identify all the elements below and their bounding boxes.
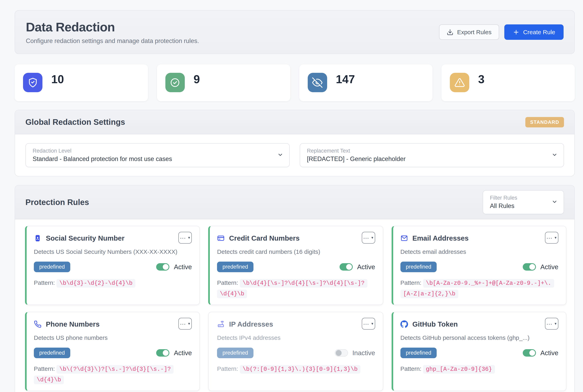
protection-rules-header: Protection Rules Filter Rules All Rules bbox=[15, 186, 574, 220]
rule-menu-button[interactable]: …▼ bbox=[545, 232, 558, 244]
select-value: All Rules bbox=[490, 202, 545, 210]
rule-menu-button[interactable]: …▼ bbox=[178, 318, 192, 330]
header-actions: Export Rules Create Rule bbox=[439, 24, 563, 40]
pattern-label: Pattern: bbox=[34, 280, 55, 286]
stat-value: 3 bbox=[478, 74, 484, 85]
caret-down-icon: ▼ bbox=[371, 236, 374, 240]
circle-check-icon bbox=[165, 73, 185, 92]
stat-card-warnings: 3 bbox=[441, 64, 575, 101]
create-rule-button[interactable]: Create Rule bbox=[504, 24, 563, 40]
stat-card-redactions: 147 bbox=[299, 64, 433, 101]
rule-menu-button[interactable]: …▼ bbox=[362, 232, 375, 244]
redaction-level-badge: STANDARD bbox=[525, 117, 564, 128]
stats-row: 10 9 147 3 bbox=[15, 64, 575, 101]
export-rules-button[interactable]: Export Rules bbox=[439, 24, 499, 40]
page-header: Data Redaction Configure redaction setti… bbox=[15, 10, 575, 54]
page-subtitle: Configure redaction settings and manage … bbox=[26, 38, 199, 44]
rule-active-toggle[interactable] bbox=[156, 263, 169, 270]
rule-card-social-security-number: Social Security Number …▼ Detects US Soc… bbox=[25, 226, 200, 305]
id-card-icon bbox=[34, 234, 42, 242]
page-header-text: Data Redaction Configure redaction setti… bbox=[26, 20, 199, 44]
predefined-badge: predefined bbox=[217, 348, 253, 358]
rule-menu-button[interactable]: …▼ bbox=[178, 232, 192, 244]
rule-active-toggle[interactable] bbox=[335, 349, 348, 356]
global-settings-title: Global Redaction Settings bbox=[26, 118, 125, 126]
rule-active-toggle[interactable] bbox=[340, 263, 353, 270]
protection-rules-panel: Protection Rules Filter Rules All Rules bbox=[15, 185, 575, 392]
protection-rules-title: Protection Rules bbox=[26, 198, 89, 207]
rule-menu-button[interactable]: …▼ bbox=[545, 318, 558, 330]
redaction-level-select[interactable]: Redaction Level Standard - Balanced prot… bbox=[26, 143, 290, 167]
predefined-badge: predefined bbox=[400, 348, 437, 358]
rule-active-toggle[interactable] bbox=[523, 263, 536, 270]
download-icon bbox=[447, 29, 453, 36]
predefined-badge: predefined bbox=[217, 262, 253, 272]
export-rules-label: Export Rules bbox=[457, 29, 491, 36]
pattern-code: \b[A-Za-z0-9._%+-]+@[A-Za-z0-9.-]+\.[A-Z… bbox=[400, 279, 554, 298]
pattern-label: Pattern: bbox=[400, 366, 421, 372]
data-redaction-page: Data Redaction Configure redaction setti… bbox=[0, 0, 583, 392]
select-label: Replacement Text bbox=[307, 148, 545, 154]
warning-triangle-icon bbox=[450, 73, 469, 92]
rule-title: Social Security Number bbox=[46, 234, 125, 242]
rule-menu-button[interactable]: …▼ bbox=[362, 318, 375, 330]
phone-icon bbox=[34, 320, 42, 328]
rule-card-github-token: GitHub Token …▼ Detects GitHub personal … bbox=[392, 312, 566, 391]
rule-title: Phone Numbers bbox=[46, 320, 100, 328]
rule-status-label: Active bbox=[174, 349, 192, 357]
pattern-code: ghp_[A-Za-z0-9]{36} bbox=[423, 365, 495, 374]
pattern-label: Pattern: bbox=[34, 366, 55, 372]
envelope-icon bbox=[400, 234, 408, 242]
pattern-label: Pattern: bbox=[217, 366, 238, 372]
rule-status-label: Active bbox=[540, 349, 558, 357]
rule-description: Detects credit card numbers (16 digits) bbox=[217, 248, 375, 255]
rule-description: Detects IPv4 addresses bbox=[217, 334, 375, 341]
protection-rules-body: Social Security Number …▼ Detects US Soc… bbox=[15, 220, 574, 392]
rule-card-email-addresses: Email Addresses …▼ Detects email address… bbox=[392, 226, 566, 305]
rule-card-ip-addresses: IP Addresses …▼ Detects IPv4 addresses p… bbox=[208, 312, 383, 391]
rule-title: IP Addresses bbox=[229, 320, 273, 328]
rule-status-label: Active bbox=[357, 263, 375, 271]
select-value: [REDACTED] - Generic placeholder bbox=[307, 155, 545, 163]
global-settings-panel: Global Redaction Settings STANDARD Redac… bbox=[15, 110, 575, 176]
rule-card-phone-numbers: Phone Numbers …▼ Detects US phone number… bbox=[25, 312, 200, 391]
global-settings-header: Global Redaction Settings STANDARD bbox=[15, 110, 574, 134]
stat-value: 10 bbox=[51, 74, 64, 85]
rule-title: GitHub Token bbox=[412, 320, 458, 328]
plus-icon bbox=[513, 29, 519, 36]
rule-active-toggle[interactable] bbox=[523, 349, 536, 356]
predefined-badge: predefined bbox=[34, 262, 70, 272]
rule-card-credit-card-numbers: Credit Card Numbers …▼ Detects credit ca… bbox=[208, 226, 383, 305]
caret-down-icon: ▼ bbox=[371, 322, 374, 326]
rule-description: Detects US Social Security Numbers (XXX-… bbox=[34, 248, 192, 255]
rule-status-label: Active bbox=[540, 263, 558, 271]
router-icon bbox=[217, 320, 225, 328]
caret-down-icon: ▼ bbox=[554, 322, 557, 326]
pattern-label: Pattern: bbox=[217, 280, 238, 286]
rule-active-toggle[interactable] bbox=[156, 349, 169, 356]
rule-description: Detects GitHub personal access tokens (g… bbox=[400, 334, 558, 341]
shield-check-icon bbox=[23, 73, 43, 92]
page-title: Data Redaction bbox=[26, 20, 199, 34]
chevron-down-icon bbox=[277, 152, 283, 158]
eye-off-icon bbox=[308, 73, 327, 92]
filter-rules-select[interactable]: Filter Rules All Rules bbox=[483, 190, 564, 214]
pattern-code: \b\(?\d{3}\)?[\s.-]?\d{3}[\s.-]?\d{4}\b bbox=[34, 365, 174, 384]
rule-status-label: Active bbox=[174, 263, 192, 271]
predefined-badge: predefined bbox=[34, 348, 70, 358]
select-value: Standard - Balanced protection for most … bbox=[33, 155, 271, 163]
rule-description: Detects email addresses bbox=[400, 248, 558, 255]
pattern-code: \b\d{3}-\d{2}-\d{4}\b bbox=[57, 279, 135, 288]
credit-card-icon bbox=[217, 234, 225, 242]
stat-value: 147 bbox=[336, 74, 355, 85]
rules-grid: Social Security Number …▼ Detects US Soc… bbox=[25, 226, 566, 392]
replacement-text-select[interactable]: Replacement Text [REDACTED] - Generic pl… bbox=[300, 143, 564, 167]
select-label: Redaction Level bbox=[33, 148, 271, 154]
create-rule-label: Create Rule bbox=[523, 29, 555, 36]
rule-title: Email Addresses bbox=[412, 234, 469, 242]
rule-description: Detects US phone numbers bbox=[34, 334, 192, 341]
chevron-down-icon bbox=[551, 152, 557, 158]
caret-down-icon: ▼ bbox=[554, 236, 557, 240]
global-settings-body: Redaction Level Standard - Balanced prot… bbox=[15, 134, 574, 176]
stat-value: 9 bbox=[194, 74, 200, 85]
